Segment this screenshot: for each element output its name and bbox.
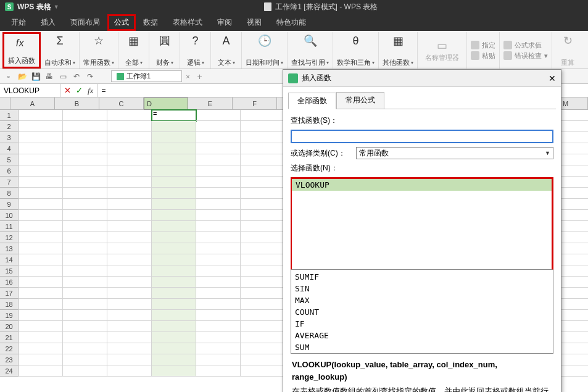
cell[interactable] [196, 332, 241, 343]
cell[interactable] [19, 210, 63, 221]
cell[interactable] [63, 221, 107, 232]
cell[interactable] [241, 232, 285, 243]
cell[interactable] [63, 310, 107, 321]
cell[interactable] [107, 265, 152, 277]
ribbon-lookup[interactable]: 🔍 查找与引用▾ [288, 32, 333, 69]
cell[interactable] [196, 288, 241, 299]
dialog-tab-common[interactable]: 常用公式 [336, 92, 384, 109]
cell[interactable] [107, 310, 152, 321]
cell[interactable] [241, 132, 285, 143]
cell[interactable] [107, 188, 152, 199]
cell[interactable] [19, 310, 63, 321]
cell[interactable] [196, 210, 241, 221]
cell[interactable] [19, 188, 63, 199]
cell[interactable] [152, 332, 196, 343]
cell[interactable] [63, 110, 107, 121]
menu-start[interactable]: 开始 [4, 14, 33, 31]
cell[interactable] [196, 188, 241, 199]
cell[interactable] [241, 221, 285, 232]
function-item[interactable]: AVERAGE [291, 330, 553, 341]
cell[interactable] [152, 277, 196, 288]
menu-data[interactable]: 数据 [136, 14, 165, 31]
ribbon-all[interactable]: ▦ 全部▾ [118, 32, 149, 69]
ribbon-datetime[interactable]: 🕒 日期和时间▾ [242, 32, 288, 69]
menu-review[interactable]: 审阅 [210, 14, 239, 31]
column-header[interactable]: E [188, 98, 233, 109]
name-box[interactable]: VLOOKUP [0, 84, 60, 97]
row-header[interactable]: 15 [0, 265, 19, 277]
cell[interactable] [241, 332, 285, 343]
cell[interactable] [107, 343, 152, 354]
cell[interactable] [196, 243, 241, 254]
cell[interactable] [19, 177, 63, 188]
cell[interactable] [196, 110, 241, 121]
cell[interactable] [196, 354, 241, 365]
cell[interactable] [152, 354, 196, 365]
qat-redo-icon[interactable]: ↷ [85, 72, 95, 81]
row-header[interactable]: 23 [0, 354, 19, 365]
function-item[interactable]: COUNT [291, 306, 553, 318]
function-item[interactable]: SUMIF [291, 271, 553, 283]
cell[interactable] [241, 243, 285, 254]
cell[interactable] [241, 177, 285, 188]
cell[interactable] [152, 254, 196, 265]
column-header[interactable]: D [144, 98, 188, 110]
cell[interactable] [196, 132, 241, 143]
workbook-tab-add[interactable]: + [194, 72, 206, 81]
cell[interactable] [196, 310, 241, 321]
cell[interactable] [241, 188, 285, 199]
search-input[interactable] [291, 130, 553, 143]
function-item[interactable]: SIN [291, 283, 553, 294]
cell[interactable] [63, 254, 107, 265]
cell[interactable] [241, 310, 285, 321]
cell[interactable] [152, 365, 196, 377]
cell[interactable] [19, 254, 63, 265]
cell[interactable] [152, 188, 196, 199]
cell[interactable] [63, 188, 107, 199]
cell[interactable] [19, 121, 63, 132]
row-header[interactable]: 18 [0, 299, 19, 310]
cell[interactable] [196, 199, 241, 210]
cell[interactable] [63, 132, 107, 143]
cell[interactable] [63, 177, 107, 188]
column-header[interactable]: C [99, 98, 144, 109]
menu-formula[interactable]: 公式 [107, 14, 136, 31]
row-header[interactable]: 6 [0, 165, 19, 177]
cell[interactable] [196, 365, 241, 377]
cell[interactable] [196, 321, 241, 332]
cell[interactable] [241, 343, 285, 354]
row-header[interactable]: 8 [0, 188, 19, 199]
cell[interactable] [152, 132, 196, 143]
menu-view[interactable]: 视图 [239, 14, 269, 31]
row-header[interactable]: 16 [0, 277, 19, 288]
row-header[interactable]: 24 [0, 365, 19, 377]
cell[interactable] [63, 343, 107, 354]
cell[interactable] [152, 265, 196, 277]
qat-undo-icon[interactable]: ↶ [72, 72, 81, 81]
cell[interactable] [63, 332, 107, 343]
cell[interactable] [241, 288, 285, 299]
row-header[interactable]: 7 [0, 177, 19, 188]
cell[interactable] [107, 243, 152, 254]
cell[interactable] [152, 165, 196, 177]
cell[interactable] [63, 277, 107, 288]
cell[interactable] [63, 232, 107, 243]
cell[interactable] [152, 343, 196, 354]
ribbon-logic[interactable]: ? 逻辑▾ [180, 32, 211, 69]
row-header[interactable]: 10 [0, 210, 19, 221]
row-header[interactable]: 5 [0, 154, 19, 165]
qat-open-icon[interactable]: 📂 [17, 72, 27, 81]
qat-save-icon[interactable]: 💾 [31, 72, 41, 81]
cell[interactable] [107, 365, 152, 377]
workbook-tab[interactable]: 工作簿1 [111, 70, 182, 82]
row-header[interactable]: 3 [0, 132, 19, 143]
row-header[interactable]: 17 [0, 288, 19, 299]
cell[interactable] [152, 143, 196, 154]
row-header[interactable]: 2 [0, 121, 19, 132]
qat-print-icon[interactable]: 🖶 [44, 72, 54, 81]
menu-table-style[interactable]: 表格样式 [165, 14, 210, 31]
cell[interactable] [63, 321, 107, 332]
cell[interactable] [241, 210, 285, 221]
cell[interactable] [107, 143, 152, 154]
cell[interactable] [107, 121, 152, 132]
